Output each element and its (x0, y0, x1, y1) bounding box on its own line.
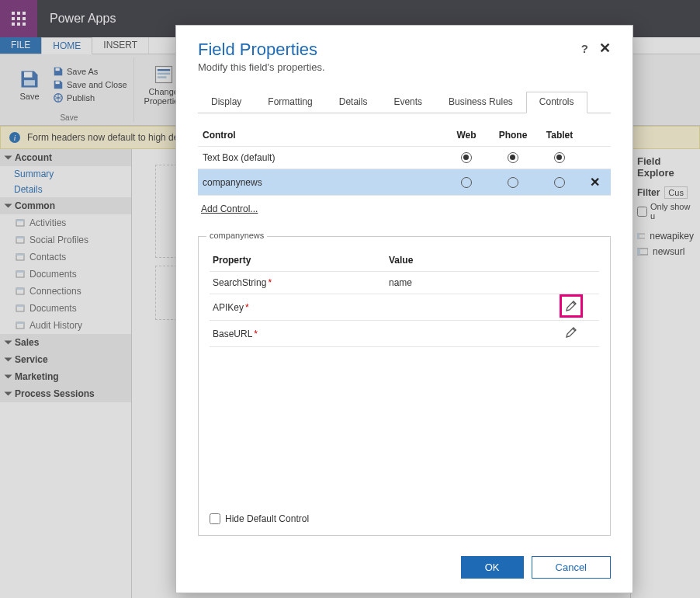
col-web: Web (443, 130, 490, 141)
edit-property-button[interactable] (565, 300, 577, 312)
control-row[interactable]: companynews✕ (198, 169, 611, 196)
tab-details[interactable]: Details (326, 92, 381, 113)
edit-property-button[interactable] (565, 326, 577, 339)
tab-formatting[interactable]: Formatting (255, 92, 325, 113)
ok-button[interactable]: OK (461, 556, 524, 579)
dialog-title: Field Properties (198, 40, 325, 60)
radio-button[interactable] (461, 152, 472, 163)
radio-button[interactable] (508, 177, 518, 188)
col-property: Property (213, 255, 389, 266)
radio-button[interactable] (554, 152, 565, 163)
radio-button[interactable] (508, 152, 518, 163)
radio-button[interactable] (461, 177, 472, 188)
dialog-subtitle: Modify this field's properties. (198, 61, 325, 73)
col-phone: Phone (490, 130, 536, 141)
property-row: BaseURL* (210, 321, 599, 347)
tab-display[interactable]: Display (198, 92, 255, 113)
col-tablet: Tablet (536, 130, 583, 141)
remove-control-button[interactable]: ✕ (583, 175, 606, 189)
add-control-link[interactable]: Add Control... (201, 203, 608, 214)
col-value: Value (389, 255, 565, 266)
property-box-legend: companynews (206, 231, 267, 240)
cancel-button[interactable]: Cancel (532, 556, 611, 579)
field-properties-dialog: Field Properties Modify this field's pro… (175, 25, 633, 593)
control-row[interactable]: Text Box (default) (198, 147, 611, 169)
tab-business-rules[interactable]: Business Rules (435, 92, 526, 113)
close-button[interactable]: ✕ (599, 40, 611, 57)
help-button[interactable]: ? (581, 42, 588, 55)
tab-events[interactable]: Events (380, 92, 435, 113)
hide-default-control-checkbox[interactable]: Hide Default Control (210, 504, 599, 524)
col-control: Control (203, 130, 443, 141)
radio-button[interactable] (554, 177, 565, 188)
property-row: SearchString*name (210, 272, 599, 294)
property-row: APIKey* (210, 294, 599, 321)
tab-controls[interactable]: Controls (526, 92, 587, 113)
